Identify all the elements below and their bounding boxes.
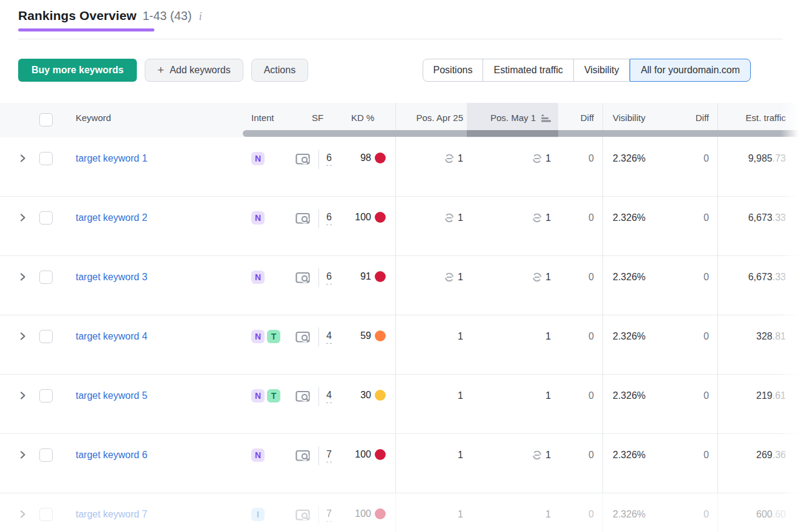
row-checkbox[interactable] bbox=[39, 389, 53, 402]
tab-all-for-yourdomain-com[interactable]: All for yourdomain.com bbox=[630, 59, 751, 82]
sf-divider bbox=[318, 505, 319, 525]
row-checkbox[interactable] bbox=[39, 271, 53, 284]
info-icon[interactable]: i bbox=[198, 10, 202, 23]
pos-may-value: 1 bbox=[546, 330, 551, 343]
title-underline bbox=[18, 28, 154, 31]
pos-apr-value: 1 bbox=[458, 508, 463, 521]
visibility-value: 2.326% bbox=[613, 389, 645, 402]
keyword-link[interactable]: target keyword 6 bbox=[76, 448, 147, 462]
serp-features-icon[interactable] bbox=[295, 271, 311, 284]
link-icon[interactable] bbox=[532, 450, 542, 461]
intent-badges: I bbox=[251, 493, 295, 532]
diff-value: 0 bbox=[588, 508, 594, 521]
link-icon[interactable] bbox=[444, 212, 455, 223]
keyword-link[interactable]: target keyword 2 bbox=[76, 211, 147, 225]
keyword-link[interactable]: target keyword 7 bbox=[76, 508, 147, 521]
tab-estimated-traffic[interactable]: Estimated traffic bbox=[483, 59, 573, 81]
sf-count[interactable]: 4 bbox=[326, 330, 332, 344]
intent-badge-t: T bbox=[267, 389, 280, 402]
kd-value: 100 bbox=[355, 448, 371, 461]
row-checkbox[interactable] bbox=[39, 508, 53, 521]
kd-value: 91 bbox=[360, 271, 371, 283]
kd-difficulty-dot bbox=[375, 390, 386, 401]
pos-apr-value: 1 bbox=[458, 271, 463, 283]
expand-chevron-icon[interactable] bbox=[18, 450, 27, 459]
kd-difficulty-dot bbox=[375, 271, 386, 282]
expand-chevron-icon[interactable] bbox=[18, 272, 27, 281]
sf-count[interactable]: 6 bbox=[326, 211, 332, 225]
traffic-value: 9,985 bbox=[748, 152, 773, 165]
link-icon[interactable] bbox=[444, 153, 455, 164]
intent-badges: NT bbox=[251, 315, 295, 374]
add-keywords-button[interactable]: +Add keywords bbox=[145, 59, 243, 82]
page-title: Rankings Overview bbox=[18, 8, 136, 23]
link-icon[interactable] bbox=[532, 272, 542, 283]
intent-badge-n: N bbox=[251, 271, 265, 284]
kd-difficulty-dot bbox=[375, 449, 386, 460]
traffic-decimals: .33 bbox=[773, 211, 786, 224]
visibility-value: 2.326% bbox=[613, 152, 645, 165]
traffic-decimals: .81 bbox=[773, 330, 786, 343]
row-checkbox[interactable] bbox=[39, 330, 53, 343]
expand-chevron-icon[interactable] bbox=[18, 154, 27, 163]
sf-count[interactable]: 7 bbox=[326, 448, 332, 462]
visibility-value: 2.326% bbox=[613, 271, 645, 283]
keyword-link[interactable]: target keyword 4 bbox=[76, 330, 147, 343]
view-switcher: PositionsEstimated trafficVisibilityAll … bbox=[423, 59, 751, 82]
intent-badge-n: N bbox=[251, 330, 265, 343]
plus-icon: + bbox=[157, 64, 164, 77]
tab-visibility[interactable]: Visibility bbox=[574, 59, 630, 81]
row-checkbox[interactable] bbox=[39, 152, 53, 165]
row-checkbox[interactable] bbox=[39, 448, 53, 462]
column-keyword[interactable]: Keyword bbox=[70, 103, 251, 137]
sf-count[interactable]: 6 bbox=[326, 271, 332, 284]
sf-count[interactable]: 6 bbox=[326, 152, 332, 166]
serp-features-icon[interactable] bbox=[295, 330, 311, 344]
table-body: target keyword 1 N 6 98 bbox=[0, 137, 801, 532]
serp-features-icon[interactable] bbox=[295, 390, 311, 403]
diff-value: 0 bbox=[704, 508, 709, 521]
sf-count[interactable]: 7 bbox=[326, 508, 332, 522]
expand-chevron-icon[interactable] bbox=[18, 332, 27, 341]
pos-apr-value: 1 bbox=[458, 152, 463, 165]
serp-features-icon[interactable] bbox=[295, 153, 311, 166]
kd-value: 30 bbox=[360, 389, 371, 401]
table-row: target keyword 5 NT 4 30 bbox=[0, 375, 801, 434]
intent-badges: N bbox=[251, 434, 295, 493]
scrollbar-sorted-segment bbox=[467, 130, 558, 137]
table-row: target keyword 4 NT 4 59 bbox=[0, 315, 801, 375]
diff-value: 0 bbox=[704, 448, 709, 461]
visibility-value: 2.326% bbox=[613, 448, 645, 461]
table-row: target keyword 3 N 6 91 bbox=[0, 256, 801, 315]
expand-chevron-icon[interactable] bbox=[18, 510, 27, 519]
serp-features-icon[interactable] bbox=[295, 212, 311, 225]
serp-features-icon[interactable] bbox=[295, 449, 311, 462]
tab-positions[interactable]: Positions bbox=[423, 59, 484, 81]
sf-divider bbox=[318, 446, 319, 465]
actions-button[interactable]: Actions bbox=[251, 59, 308, 82]
keyword-link[interactable]: target keyword 1 bbox=[76, 152, 147, 165]
traffic-value: 328 bbox=[756, 330, 773, 343]
serp-features-icon[interactable] bbox=[295, 508, 311, 522]
row-checkbox[interactable] bbox=[39, 211, 53, 225]
select-all-checkbox[interactable] bbox=[39, 113, 53, 126]
diff-value: 0 bbox=[704, 211, 709, 224]
intent-badge-t: T bbox=[267, 330, 280, 343]
table-row: target keyword 2 N 6 100 bbox=[0, 197, 801, 256]
kd-value: 100 bbox=[355, 508, 371, 520]
sf-count[interactable]: 4 bbox=[326, 389, 332, 403]
link-icon[interactable] bbox=[532, 212, 542, 223]
keyword-link[interactable]: target keyword 3 bbox=[76, 271, 147, 284]
link-icon[interactable] bbox=[444, 272, 455, 283]
link-icon[interactable] bbox=[532, 153, 542, 164]
rankings-overview-page: Rankings Overview 1-43 (43) i Buy more k… bbox=[0, 0, 801, 532]
expand-chevron-icon[interactable] bbox=[18, 213, 27, 222]
diff-value: 0 bbox=[588, 152, 594, 165]
keyword-link[interactable]: target keyword 5 bbox=[76, 389, 147, 402]
buy-more-keywords-button[interactable]: Buy more keywords bbox=[18, 59, 137, 82]
expand-chevron-icon[interactable] bbox=[18, 391, 27, 400]
diff-value: 0 bbox=[704, 389, 709, 402]
diff-value: 0 bbox=[588, 271, 594, 283]
horizontal-scrollbar[interactable] bbox=[243, 130, 801, 137]
kd-difficulty-dot bbox=[375, 212, 386, 223]
